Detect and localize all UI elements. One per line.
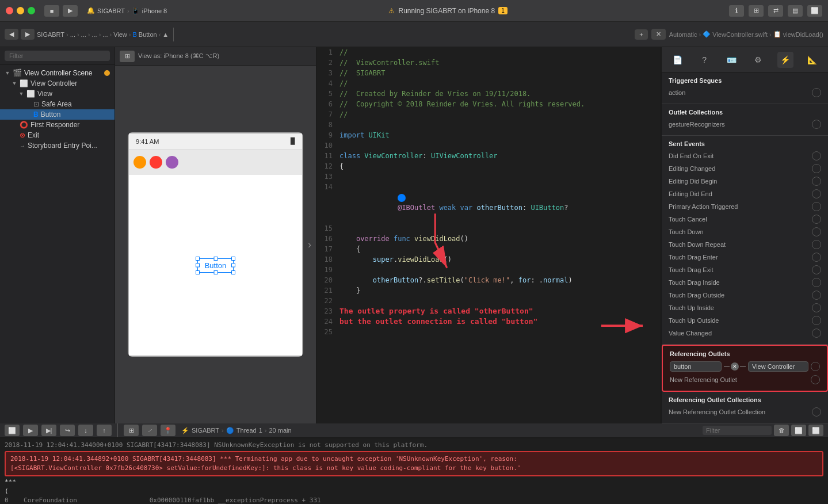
forward-btn[interactable]: ▶: [21, 29, 35, 40]
search-toolbar-button[interactable]: ⊞: [749, 5, 764, 17]
back-btn[interactable]: ◀: [5, 29, 18, 40]
separator: ›: [127, 7, 129, 14]
event-connect-btn-5[interactable]: [812, 215, 821, 224]
function-name[interactable]: viewDidLoad(): [783, 31, 823, 38]
event-connect-btn-11[interactable]: [812, 291, 821, 300]
trash-btn[interactable]: 🗑: [774, 425, 789, 436]
canvas-next-arrow[interactable]: ›: [308, 239, 311, 251]
event-connect-btn-8[interactable]: [812, 253, 821, 262]
close-button[interactable]: [6, 7, 13, 14]
breadcrumb-item[interactable]: B: [132, 31, 136, 38]
outlet-disconnect-btn[interactable]: ✕: [731, 362, 739, 371]
code-breadcrumb: Automatic › 🔷 ViewController.swift › 📋 v…: [669, 30, 823, 38]
layout-button[interactable]: ▤: [788, 5, 803, 17]
step-out-btn[interactable]: ↑: [97, 425, 112, 436]
safe-area-label: Safe Area: [41, 100, 72, 108]
button-widget[interactable]: Button: [197, 258, 234, 273]
nav-item-storyboard-entry[interactable]: → Storyboard Entry Poi...: [0, 140, 115, 151]
panel-toggle[interactable]: ⬜: [807, 5, 822, 17]
collapse-triangle[interactable]: ▼: [18, 91, 24, 97]
debug-view-btn[interactable]: ⟋: [142, 425, 157, 436]
outlet-dot[interactable]: [398, 194, 406, 202]
code-line: 8: [316, 120, 661, 130]
breadcrumb-item[interactable]: ...: [70, 31, 75, 38]
new-collection-btn[interactable]: [812, 407, 821, 417]
event-connect-btn-0[interactable]: [812, 151, 821, 161]
event-connect-btn-1[interactable]: [812, 164, 821, 173]
debug-location-btn[interactable]: 📍: [161, 425, 175, 436]
event-connect-btn-9[interactable]: [812, 265, 821, 274]
event-connect-btn-13[interactable]: [812, 316, 821, 325]
event-connect-btn-3[interactable]: [812, 189, 821, 198]
step-over-btn[interactable]: ↪: [60, 425, 75, 436]
automatic-mode[interactable]: Automatic: [669, 31, 697, 38]
toggle-debugger-btn[interactable]: ⬜: [5, 425, 20, 436]
panel-size-btn[interactable]: 📐: [804, 52, 821, 68]
filter-input[interactable]: [5, 51, 110, 61]
panel-file-btn[interactable]: 📄: [669, 52, 685, 68]
event-connect-btn-2[interactable]: [812, 177, 821, 186]
entry-label: Storyboard Entry Poi...: [28, 142, 97, 150]
gesture-connect-btn[interactable]: [812, 120, 821, 129]
breadcrumb-item[interactable]: View: [113, 31, 127, 38]
split-view-btn2[interactable]: ⬜: [808, 425, 823, 436]
button-icon: B: [33, 110, 39, 119]
breadcrumb-item[interactable]: ...: [81, 31, 86, 38]
panel-attr-btn[interactable]: ⚙: [750, 52, 766, 68]
event-connect-btn-10[interactable]: [812, 278, 821, 287]
toggle-console-btn[interactable]: ▶: [23, 425, 38, 436]
nav-item-scene[interactable]: ▼ 🎬 View Controller Scene: [0, 67, 115, 78]
nav-item-controller[interactable]: ▼ ⬜ View Controller: [0, 78, 115, 89]
minimize-button[interactable]: [17, 7, 24, 14]
event-connect-btn-4[interactable]: [812, 202, 821, 211]
panel-connection-btn[interactable]: ⚡: [777, 52, 793, 68]
code-lines: 1// 2// ViewController.swift 3// SIGABRT…: [316, 47, 661, 337]
outlet-name-field[interactable]: [670, 361, 722, 372]
event-connect-btn-12[interactable]: [812, 303, 821, 312]
event-connect-btn-6[interactable]: [812, 227, 821, 236]
outlet-connect-btn[interactable]: [811, 362, 820, 371]
action-connect-btn[interactable]: [812, 88, 821, 97]
close-editor-btn[interactable]: ✕: [651, 29, 666, 40]
console-filter-input[interactable]: [703, 426, 772, 435]
run-button[interactable]: ▶: [63, 5, 78, 17]
breadcrumb-item[interactable]: ...: [102, 31, 108, 38]
maximize-button[interactable]: [28, 7, 35, 14]
breadcrumb-item[interactable]: Button: [139, 31, 157, 38]
nav-item-safe-area[interactable]: ⊡ Safe Area: [0, 99, 115, 109]
debug-mem-btn[interactable]: ⊞: [124, 425, 139, 436]
traffic-lights[interactable]: [6, 7, 35, 14]
console-filter: 🗑 ⬜ ⬜: [703, 425, 823, 436]
new-outlet-btn[interactable]: [811, 375, 820, 384]
collapse-triangle[interactable]: ▼: [12, 81, 17, 86]
running-status: Running SIGABRT on iPhone 8: [398, 7, 495, 15]
event-row-9: Touch Drag Exit: [669, 264, 821, 276]
selection-handle-mr: [231, 264, 235, 268]
call-stack: ⚡ SIGABRT › 🔵 Thread 1 › 20 main: [181, 427, 292, 434]
event-connect-btn-7[interactable]: [812, 240, 821, 249]
nav-item-exit[interactable]: ⊗ Exit: [0, 130, 115, 140]
add-editor-btn[interactable]: +: [635, 29, 647, 40]
collapse-triangle[interactable]: ▼: [5, 70, 10, 76]
stop-button[interactable]: ■: [44, 5, 59, 17]
panel-identity-btn[interactable]: 🪪: [723, 52, 739, 68]
event-connect-btn-14[interactable]: [812, 329, 821, 338]
nav-item-first-responder[interactable]: ⭕ First Responder: [0, 120, 115, 130]
error-block: 2018-11-19 12:04:41.344892+0100 SIGABRT[…: [5, 451, 823, 476]
console-area: 2018-11-19 12:04:41.344000+0100 SIGABRT[…: [0, 438, 828, 504]
nav-item-view[interactable]: ▼ ⬜ View: [0, 89, 115, 99]
filename[interactable]: ViewController.swift: [712, 31, 768, 38]
panel-quick-help-btn[interactable]: ?: [696, 52, 712, 68]
breadcrumb-item[interactable]: ▲: [162, 31, 169, 38]
split-view-btn[interactable]: ⬜: [791, 425, 806, 436]
canvas-mode-btn[interactable]: ⊞: [120, 51, 135, 62]
outlet-row: ✕ View Controller: [670, 360, 820, 373]
continue-btn[interactable]: ▶|: [41, 425, 56, 436]
breadcrumb-item[interactable]: ...: [91, 31, 97, 38]
step-into-btn[interactable]: ↓: [78, 425, 93, 436]
info-button[interactable]: ℹ: [729, 5, 744, 17]
nav-item-button[interactable]: B Button: [0, 109, 115, 120]
connection-button[interactable]: ⇄: [768, 5, 783, 17]
breadcrumb-item[interactable]: SIGABRT: [37, 31, 64, 38]
code-line: 16 override func viewDidLoad(): [316, 234, 661, 244]
